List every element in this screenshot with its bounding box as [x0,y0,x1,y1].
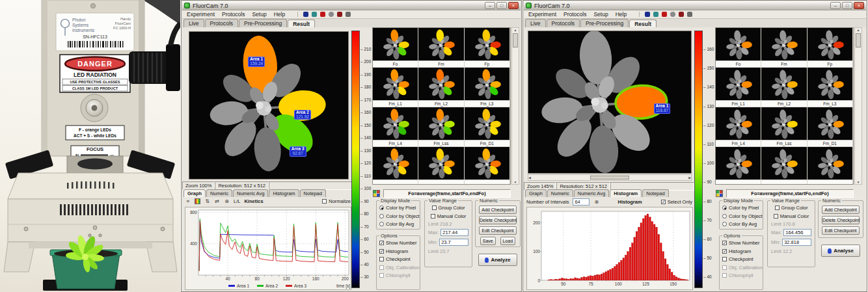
thumbnail[interactable] [716,147,761,185]
radio-option[interactable]: Color by Object [722,213,760,219]
kinetics-label[interactable]: Kinetics [244,198,263,204]
toolbar-icon-6[interactable] [346,12,351,17]
checkbox-option[interactable]: Group Color [427,205,469,211]
result-subtab[interactable]: Numeric Avg [574,189,609,197]
toolbar-icon-6[interactable] [687,12,692,17]
thumbnail[interactable]: Fm_L4 [373,107,418,147]
radio-option[interactable]: Color by Pixel [722,205,760,211]
checkbox-option[interactable]: Manual Color [427,213,469,219]
checkbox-option[interactable]: Show Number [379,240,417,246]
checkbox-option[interactable]: Obj. Calibration [379,265,417,271]
result-subtab[interactable]: Numeric Avg [233,189,268,197]
checkbox-option[interactable]: Obj. Calibration [722,265,760,271]
ll-toggle[interactable]: L/L [234,198,240,204]
refresh-icon[interactable]: ⊗ [593,199,599,205]
fluorescence-image[interactable]: Area 1159.24 Area 2121.92 Area 392.67 [189,31,349,179]
thumbnail[interactable]: Fm [761,28,807,68]
checkpoint-button[interactable]: Add Checkpoint [479,206,517,214]
thumbnail[interactable]: Fo [716,28,761,68]
thumbnail[interactable]: Fm_L3 [465,68,510,107]
area-label[interactable]: Area 1159.24 [248,57,265,67]
image-scrollbar[interactable]: ◀▶ [528,174,692,181]
close-button[interactable]: × [508,2,519,9]
result-subtab[interactable]: Numeric [206,189,232,197]
color-tool-icon[interactable] [195,198,200,204]
reset-zoom-icon[interactable]: ⊗ [224,198,230,204]
scroll-down-icon[interactable]: ▼ [514,180,517,184]
result-subtab[interactable]: Histogram [610,189,642,197]
thumbnail[interactable]: Fm_L3 [807,68,853,107]
checkbox-option[interactable]: Checkpoint [722,256,760,262]
scale-tool-icon[interactable]: ∝ [185,198,191,204]
radio-option[interactable]: Color By Avg [722,221,760,227]
main-tab[interactable]: Protocols [205,19,238,27]
minimize-button[interactable]: – [485,2,495,9]
min-input[interactable]: 32.818 [782,239,811,246]
menu-item[interactable]: Experiment [187,11,215,18]
thumbnail[interactable]: Fm_D1 [465,107,510,147]
main-tab[interactable]: Live [525,19,546,27]
toolbar-icon-2[interactable] [653,12,658,17]
menu-item[interactable]: Experiment [528,11,556,18]
menu-item[interactable]: Protocols [222,11,245,18]
toolbar-icon-3[interactable] [320,12,325,17]
thumbnail[interactable]: Fo [373,28,418,68]
thumbnails-scrollbar[interactable]: ▲▼ [854,27,862,185]
checkbox-option[interactable]: Group Color [770,205,812,211]
thumbnail[interactable] [807,147,853,185]
result-subtab[interactable]: Numeric [547,189,573,197]
thumbnail[interactable]: Fp [807,28,853,68]
analyze-button[interactable]: Analyse [821,245,860,257]
checkbox-option[interactable]: Chlorophyll [722,272,760,278]
menu-item[interactable]: Protocols [563,11,586,18]
title-bar[interactable]: FluorCam 7.0 – □ × [182,1,521,10]
scroll-down-icon[interactable]: ▼ [857,180,860,184]
main-tab[interactable]: Pre-Processing [580,19,629,27]
title-bar[interactable]: FluorCam 7.0 – □ × [524,1,866,10]
result-subtab[interactable]: Graph [183,189,206,197]
toolbar-icon-1[interactable] [645,12,650,17]
main-tab[interactable]: Protocols [547,19,580,27]
minimize-button[interactable]: – [830,2,841,9]
scrollbar-thumb[interactable] [590,176,629,179]
checkbox-option[interactable]: Manual Color [770,213,812,219]
result-subtab[interactable]: Notepad [300,189,326,197]
toolbar-icon-5[interactable] [337,12,342,17]
maximize-button[interactable]: □ [842,2,852,9]
thumbnail[interactable]: Fm_Lss [418,107,464,147]
result-subtab[interactable]: Graph [525,189,547,197]
min-input[interactable]: 23.7 [439,239,468,246]
main-tab[interactable]: Pre-Processing [239,19,287,27]
checkpoint-button[interactable]: Edit Checkpoint [479,226,517,235]
result-subtab[interactable]: Histogram [269,189,299,197]
toolbar-icon-4[interactable] [329,12,334,17]
checkpoint-button[interactable]: Delete Checkpoint [479,216,517,224]
thumbnail[interactable] [418,147,464,185]
scroll-right-icon[interactable]: ▶ [688,176,691,179]
toolbar-icon-5[interactable] [679,12,684,17]
checkbox-option[interactable]: Histogram [722,248,760,254]
menu-item[interactable]: Setup [252,11,266,18]
load-button[interactable]: Load [500,237,516,245]
result-subtab[interactable]: Notepad [642,189,668,197]
checkpoint-button[interactable]: Delete Checkpoint [822,216,860,224]
select-only-checkbox[interactable]: Select Only [661,199,692,205]
thumbnail[interactable]: Fm_L2 [761,68,807,107]
fit-vertical-icon[interactable]: ⇅ [204,198,210,204]
toolbar-icon-3[interactable] [662,12,667,17]
area-label[interactable]: Area 2121.92 [294,110,311,120]
radio-option[interactable]: Color by Object [379,213,417,219]
checkbox-option[interactable]: Chlorophyll [379,272,417,278]
thumbnail[interactable] [465,147,510,185]
thumbnail[interactable]: Fm_Lss [761,107,807,147]
thumbnail[interactable]: Fm_L2 [418,68,464,107]
thumbnails-scrollbar[interactable]: ▲▼ [511,27,519,185]
area-label[interactable]: Area 1118.87 [654,103,671,114]
max-input[interactable]: 164.456 [783,229,811,236]
scroll-up-icon[interactable]: ▲ [514,28,517,32]
thumbnail[interactable]: Fm_L1 [373,68,418,107]
main-tab[interactable]: Live [183,19,204,27]
intervals-input[interactable]: 64 [573,198,590,206]
fluorescence-image[interactable]: Area 1118.87 [528,31,692,174]
thumbnail[interactable]: Fp [465,28,510,68]
